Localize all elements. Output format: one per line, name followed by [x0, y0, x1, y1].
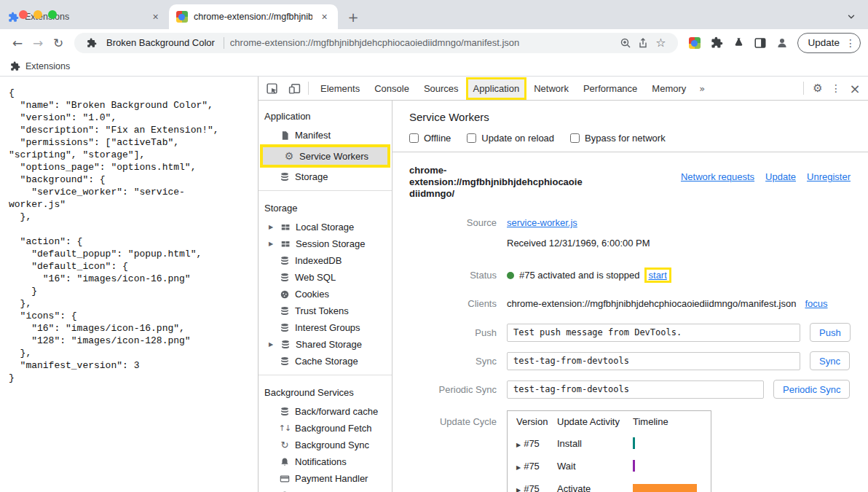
table-row-wait[interactable]: ▶#75 Wait	[516, 459, 711, 472]
source-file-link[interactable]: service-worker.js	[507, 217, 577, 228]
bookmark-star-icon[interactable]: ☆	[652, 34, 669, 52]
devtools-tab-performance[interactable]: Performance	[576, 77, 644, 101]
expander-icon[interactable]: ▶	[516, 442, 521, 448]
sync-button[interactable]: Sync	[810, 351, 850, 370]
devtools-kebab-menu-icon[interactable]: ⋮	[827, 82, 845, 94]
address-bar[interactable]: Broken Background Color chrome-extension…	[74, 33, 678, 53]
network-requests-link[interactable]: Network requests	[681, 171, 754, 182]
devtools-tab-elements[interactable]: Elements	[313, 77, 367, 101]
puzzle-icon	[83, 34, 100, 52]
inspect-element-icon[interactable]	[262, 79, 281, 98]
bookmark-extensions[interactable]: Extensions	[10, 61, 70, 71]
panel-divider	[392, 152, 868, 152]
zoom-icon[interactable]	[617, 34, 634, 52]
expander-icon[interactable]: ▶	[269, 241, 275, 247]
close-icon[interactable]: ×	[318, 11, 331, 23]
periodic-sync-input[interactable]	[507, 380, 764, 399]
minimize-window-button[interactable]	[33, 10, 42, 19]
client-url: chrome-extension://mgfbhjnibhjdehcphioca…	[507, 298, 796, 309]
sidebar-item-web-sql[interactable]: Web SQL	[259, 269, 392, 286]
sidebar-item-notifications[interactable]: Notifications	[259, 453, 392, 470]
status-text: #75 activated and is stopped	[519, 270, 640, 281]
sidebar-divider	[259, 190, 392, 191]
update-link[interactable]: Update	[765, 171, 796, 182]
bypass-for-network-checkbox[interactable]: Bypass for network	[570, 133, 666, 144]
sidebar-item-cache-storage[interactable]: Cache Storage	[259, 353, 392, 370]
checkbox-icon[interactable]	[570, 133, 580, 143]
sidebar-item-shared-storage[interactable]: ▶ Shared Storage	[259, 336, 392, 353]
flask-icon[interactable]	[729, 34, 748, 52]
devtools-tab-memory[interactable]: Memory	[644, 77, 693, 101]
update-on-reload-checkbox[interactable]: Update on reload	[467, 133, 554, 144]
expander-icon[interactable]: ▶	[269, 224, 275, 230]
bell-icon	[279, 456, 291, 468]
bookmarks-bar: Extensions	[0, 56, 868, 77]
sidebar-item-manifest[interactable]: Manifest	[259, 127, 392, 144]
more-tabs-icon[interactable]: »	[693, 83, 711, 94]
sidebar-item-storage[interactable]: Storage	[259, 168, 392, 185]
zoom-window-button[interactable]	[48, 10, 57, 19]
push-input[interactable]	[507, 324, 800, 342]
unregister-link[interactable]: Unregister	[807, 171, 851, 182]
sidebar-item-session-storage[interactable]: ▶ Session Storage	[259, 235, 392, 252]
share-icon[interactable]	[634, 34, 652, 52]
sidebar-item-payment-handler[interactable]: Payment Handler	[259, 470, 392, 487]
new-tab-button[interactable]: +	[344, 7, 363, 26]
checkbox-icon[interactable]	[409, 133, 419, 143]
settings-gear-icon[interactable]: ⚙	[808, 82, 827, 95]
sidebar-item-background-sync[interactable]: ↻ Background Sync	[259, 437, 392, 453]
sidebar-item-service-workers[interactable]: ⚙ Service Workers	[263, 147, 387, 165]
tab-chrome-extension[interactable]: chrome-extension://mgfbhjnibh ×	[169, 4, 338, 29]
expander-icon[interactable]: ▶	[516, 464, 521, 471]
checkbox-icon[interactable]	[467, 133, 476, 143]
expander-icon[interactable]: ▶	[269, 341, 275, 348]
devtools-tab-application[interactable]: Application	[466, 77, 527, 100]
sidebar-item-label: Local Storage	[296, 222, 354, 233]
focus-link[interactable]: focus	[805, 298, 827, 309]
extensions-puzzle-icon[interactable]	[707, 34, 726, 52]
avatar-icon[interactable]	[773, 34, 792, 52]
update-chrome-button[interactable]: Update ⋮	[797, 33, 861, 53]
devtools-body: Application Manifest ⚙ Service Workers	[259, 101, 868, 492]
puzzle-icon	[7, 11, 19, 23]
update-cycle-row: Update Cycle Version Update Activity Tim…	[392, 410, 868, 492]
sidebar-item-background-fetch[interactable]: ↑↓ Background Fetch	[259, 420, 392, 437]
sidebar-item-label: Shared Storage	[296, 339, 362, 350]
received-row: Received 12/31/1969, 6:00:00 PM	[392, 238, 868, 249]
sidebar-item-indexeddb[interactable]: IndexedDB	[259, 252, 392, 269]
sidebar-item-label: Cookies	[295, 289, 329, 300]
start-link[interactable]: start	[649, 270, 667, 281]
extension-action-icon[interactable]	[685, 34, 704, 52]
devtools-close-icon[interactable]: ×	[845, 81, 865, 96]
offline-checkbox[interactable]: Offline	[409, 133, 451, 144]
sync-input[interactable]	[507, 352, 800, 370]
devtools-tab-console[interactable]: Console	[367, 77, 417, 101]
kebab-menu-icon[interactable]: ⋮	[845, 37, 856, 49]
update-cycle-label: Update Cycle	[392, 410, 497, 427]
devtools-tab-network[interactable]: Network	[526, 77, 576, 101]
gear-icon: ⚙	[283, 150, 295, 162]
status-label: Status	[392, 270, 497, 281]
sidebar-item-periodic-background-sync[interactable]: Periodic Background Sync	[259, 487, 392, 492]
push-button[interactable]: Push	[810, 323, 851, 342]
periodic-sync-button[interactable]: Periodic Sync	[773, 380, 850, 399]
table-row-activate[interactable]: ▶#75 Activate	[516, 482, 711, 492]
sidebar-item-cookies[interactable]: Cookies	[259, 286, 392, 302]
expander-icon[interactable]: ▶	[516, 487, 521, 492]
chevron-down-icon[interactable]	[846, 12, 856, 22]
table-row-install[interactable]: ▶#75 Install	[516, 437, 711, 450]
sidebar-item-interest-groups[interactable]: Interest Groups	[259, 319, 392, 336]
back-icon[interactable]: ←	[7, 33, 28, 53]
side-panel-icon[interactable]	[751, 34, 770, 52]
device-toolbar-icon[interactable]	[285, 79, 304, 98]
database-icon	[279, 305, 291, 317]
sidebar-item-trust-tokens[interactable]: Trust Tokens	[259, 302, 392, 319]
clients-label: Clients	[392, 298, 497, 309]
sidebar-item-back-forward-cache[interactable]: Back/forward cache	[259, 403, 392, 420]
sidebar-item-local-storage[interactable]: ▶ Local Storage	[259, 219, 392, 235]
close-window-button[interactable]	[19, 10, 28, 19]
devtools-tab-sources[interactable]: Sources	[417, 77, 466, 101]
forward-icon[interactable]: →	[28, 33, 48, 53]
reload-icon[interactable]: ↻	[48, 33, 68, 53]
close-icon[interactable]: ×	[149, 11, 162, 23]
